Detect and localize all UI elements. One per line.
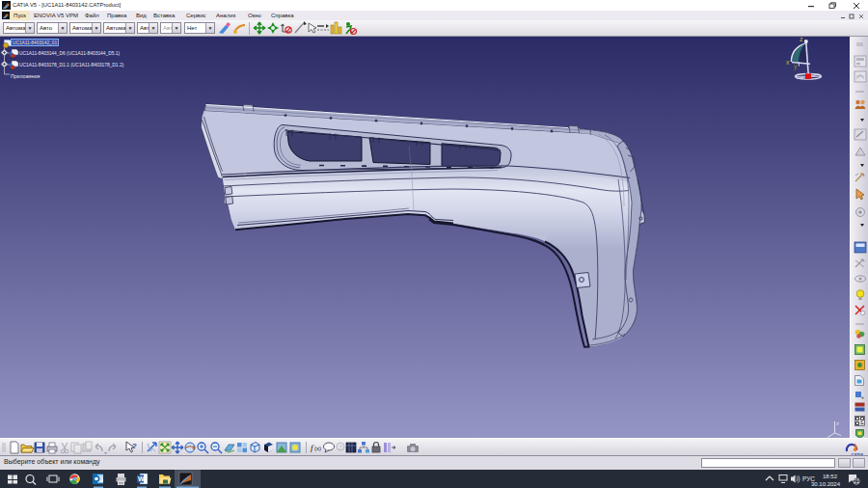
svg-text:30.10.2024: 30.10.2024	[811, 481, 841, 487]
svg-text:18:52: 18:52	[823, 474, 838, 479]
svg-text:z: z	[836, 420, 839, 426]
svg-text:z: z	[800, 37, 803, 42]
svg-text:+: +	[861, 394, 864, 400]
svg-text:(x): (x)	[314, 446, 321, 451]
svg-text:x: x	[786, 59, 790, 66]
svg-text:?: ?	[339, 444, 342, 450]
svg-text:21: 21	[854, 479, 859, 484]
svg-text:W: W	[138, 475, 145, 482]
svg-text:y: y	[794, 63, 798, 70]
svg-text:?: ?	[132, 442, 137, 450]
